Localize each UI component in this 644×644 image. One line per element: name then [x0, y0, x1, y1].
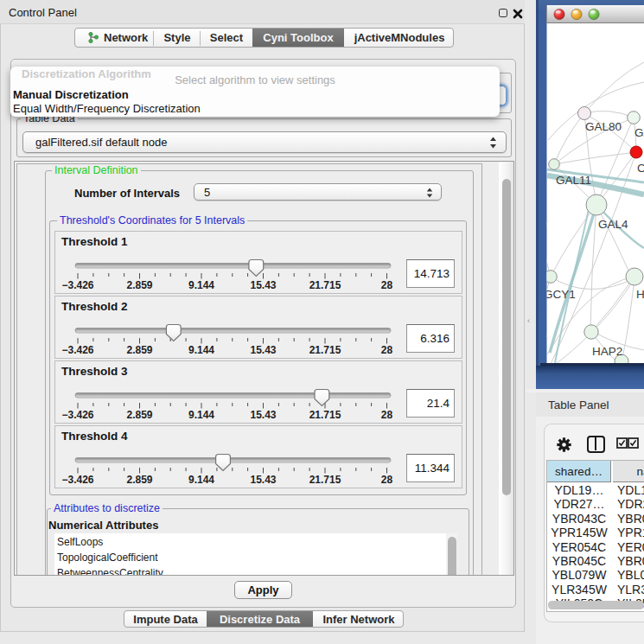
svg-text:28: 28 — [381, 279, 393, 291]
svg-text:9.144: 9.144 — [188, 279, 214, 291]
svg-text:15.43: 15.43 — [250, 344, 276, 356]
svg-text:2.859: 2.859 — [126, 279, 152, 291]
svg-text:21.715: 21.715 — [309, 409, 341, 421]
svg-text:28: 28 — [381, 409, 393, 421]
svg-text:−3.426: −3.426 — [61, 279, 93, 291]
svg-text:−3.426: −3.426 — [61, 474, 93, 486]
svg-text:GAL3: GAL3 — [634, 126, 644, 139]
svg-text:21.715: 21.715 — [309, 279, 341, 291]
svg-text:9.144: 9.144 — [188, 474, 214, 486]
svg-text:2.859: 2.859 — [126, 474, 152, 486]
svg-text:28: 28 — [381, 344, 393, 356]
svg-text:2.859: 2.859 — [126, 409, 152, 421]
svg-text:−3.426: −3.426 — [61, 344, 93, 356]
svg-text:GAL80: GAL80 — [585, 120, 622, 133]
svg-text:21.715: 21.715 — [309, 344, 341, 356]
svg-text:9.144: 9.144 — [188, 409, 214, 421]
svg-text:21.715: 21.715 — [309, 474, 341, 486]
svg-text:2.859: 2.859 — [126, 344, 152, 356]
svg-text:15.43: 15.43 — [250, 409, 276, 421]
svg-text:15.43: 15.43 — [250, 279, 276, 291]
svg-text:28: 28 — [381, 474, 393, 486]
svg-text:GAL11: GAL11 — [556, 174, 591, 187]
svg-text:GAL4: GAL4 — [598, 218, 628, 231]
svg-text:HAP2: HAP2 — [592, 345, 622, 358]
svg-text:C: C — [637, 162, 644, 175]
svg-text:GCY1: GCY1 — [544, 288, 576, 301]
svg-text:−3.426: −3.426 — [61, 409, 93, 421]
svg-text:9.144: 9.144 — [188, 344, 214, 356]
svg-text:H: H — [636, 288, 644, 301]
svg-text:15.43: 15.43 — [250, 474, 276, 486]
